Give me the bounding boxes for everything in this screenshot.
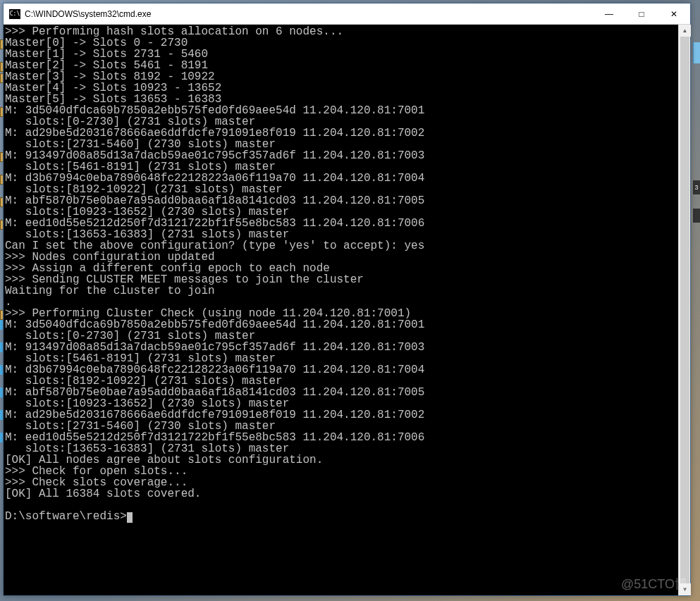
window-title: C:\WINDOWS\system32\cmd.exe bbox=[25, 9, 593, 19]
scrollbar[interactable]: ▲ ▼ bbox=[678, 25, 690, 595]
background-badge: 3 bbox=[693, 180, 700, 194]
prompt: D:\software\redis> bbox=[5, 510, 127, 523]
background-tooltip bbox=[693, 42, 700, 63]
cmd-icon: C:\ bbox=[9, 9, 20, 19]
cursor bbox=[127, 512, 133, 523]
minimize-button[interactable]: — bbox=[593, 4, 625, 24]
scroll-thumb[interactable] bbox=[680, 37, 689, 583]
titlebar[interactable]: C:\ C:\WINDOWS\system32\cmd.exe — □ ✕ bbox=[4, 4, 690, 25]
scroll-up-button[interactable]: ▲ bbox=[679, 25, 691, 37]
cmd-window: C:\ C:\WINDOWS\system32\cmd.exe — □ ✕ >>… bbox=[3, 3, 691, 596]
maximize-button[interactable]: □ bbox=[625, 4, 658, 24]
console-output[interactable]: >>> Performing hash slots allocation on … bbox=[4, 25, 678, 595]
close-button[interactable]: ✕ bbox=[658, 4, 690, 24]
background-badge-2 bbox=[693, 209, 700, 223]
watermark: @51CTO博 bbox=[621, 576, 687, 593]
